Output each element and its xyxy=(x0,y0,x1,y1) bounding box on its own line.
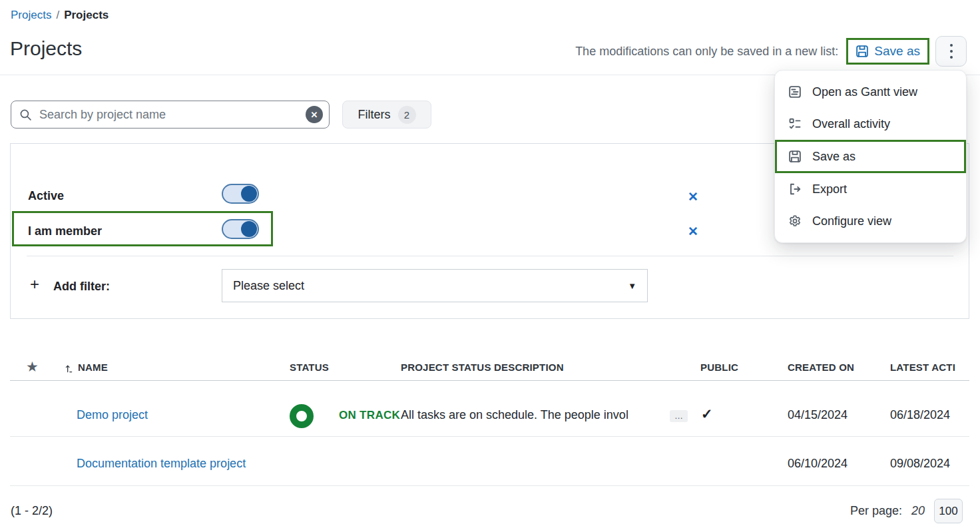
menu-item-label: Save as xyxy=(812,150,856,164)
breadcrumb: Projects / Projects xyxy=(11,9,109,22)
per-page-current: 20 xyxy=(911,504,925,518)
remove-active-filter-icon[interactable]: ✕ xyxy=(688,190,698,203)
chevron-down-icon: ▼ xyxy=(628,281,636,291)
close-icon: ✕ xyxy=(311,111,318,119)
breadcrumb-link-projects[interactable]: Projects xyxy=(11,9,51,22)
menu-item-configure-view[interactable]: Configure view xyxy=(775,205,966,237)
status-label: ON TRACK xyxy=(339,409,400,422)
menu-item-label: Configure view xyxy=(812,214,891,228)
more-actions-button[interactable] xyxy=(935,36,967,67)
add-filter-select[interactable]: Please select ▼ xyxy=(222,269,648,302)
projects-page: Projects / Projects Projects The modific… xyxy=(0,0,980,532)
project-link-documentation-template-project[interactable]: Documentation template project xyxy=(77,457,246,471)
project-search-box: ✕ xyxy=(11,101,330,129)
filter-panel-divider xyxy=(27,256,953,256)
add-filter-select-value: Please select xyxy=(233,279,304,293)
search-icon xyxy=(19,109,32,121)
per-page-label: Per page: xyxy=(850,504,902,518)
row-divider xyxy=(10,436,969,437)
filters-count-badge: 2 xyxy=(398,106,416,124)
remove-member-filter-icon[interactable]: ✕ xyxy=(688,225,698,238)
filters-button-label: Filters xyxy=(358,108,391,122)
export-icon xyxy=(788,182,802,196)
save-icon xyxy=(856,45,869,58)
gantt-view-icon xyxy=(788,85,802,99)
latest-activity-date: 09/08/2024 xyxy=(890,457,950,471)
gear-icon xyxy=(788,214,802,228)
menu-item-label: Open as Gantt view xyxy=(812,85,917,99)
project-status-description: All tasks are on schedule. The people in… xyxy=(401,408,664,422)
table-header-border xyxy=(10,380,969,381)
save-as-button-label: Save as xyxy=(874,44,920,59)
project-link-demo-project[interactable]: Demo project xyxy=(77,408,148,422)
expand-description-button[interactable]: … xyxy=(670,410,688,422)
member-filter-toggle[interactable] xyxy=(222,219,259,239)
column-header-project-status-description[interactable]: PROJECT STATUS DESCRIPTION xyxy=(401,362,564,373)
more-actions-menu: Open as Gantt view Overall activity xyxy=(774,70,967,243)
save-icon xyxy=(788,150,802,163)
filters-button[interactable]: Filters 2 xyxy=(342,101,431,129)
save-hint-text: The modifications can only be saved in a… xyxy=(575,45,838,59)
toggle-knob xyxy=(241,186,257,202)
latest-activity-date: 06/18/2024 xyxy=(890,408,950,422)
menu-item-save-as[interactable]: Save as xyxy=(775,140,966,173)
per-page-option-100[interactable]: 100 xyxy=(934,499,963,523)
active-filter-toggle[interactable] xyxy=(222,184,259,204)
header-actions: The modifications can only be saved in a… xyxy=(575,36,967,67)
column-header-name[interactable]: NAME xyxy=(78,362,108,373)
favorite-column-star-icon: ★ xyxy=(26,360,39,374)
clear-search-button[interactable]: ✕ xyxy=(306,106,323,123)
activity-icon xyxy=(788,117,802,131)
row-divider xyxy=(10,485,969,486)
kebab-icon xyxy=(950,44,953,59)
created-on-date: 06/10/2024 xyxy=(788,457,848,471)
column-header-status[interactable]: STATUS xyxy=(290,362,329,373)
column-header-latest-activity[interactable]: LATEST ACTI xyxy=(890,362,955,373)
page-title: Projects xyxy=(10,37,82,60)
toggle-knob xyxy=(241,221,257,237)
filter-label-active: Active xyxy=(28,189,64,203)
menu-item-overall-activity[interactable]: Overall activity xyxy=(775,108,966,140)
breadcrumb-separator: / xyxy=(56,9,59,22)
sort-ascending-icon xyxy=(65,364,73,376)
column-header-public[interactable]: PUBLIC xyxy=(700,362,738,373)
search-input[interactable] xyxy=(38,107,300,123)
public-check-icon: ✓ xyxy=(701,407,713,421)
menu-item-label: Export xyxy=(812,182,847,196)
created-on-date: 04/15/2024 xyxy=(788,408,848,422)
add-filter-label: Add filter: xyxy=(53,280,110,294)
menu-item-export[interactable]: Export xyxy=(775,173,966,205)
breadcrumb-current: Projects xyxy=(64,9,109,22)
pagination-range: (1 - 2/2) xyxy=(11,504,53,518)
menu-item-open-as-gantt-view[interactable]: Open as Gantt view xyxy=(775,76,966,108)
status-on-track-icon xyxy=(290,404,314,428)
save-as-button[interactable]: Save as xyxy=(846,38,929,65)
column-header-created-on[interactable]: CREATED ON xyxy=(788,362,854,373)
filter-label-i-am-member: I am member xyxy=(28,224,102,238)
per-page-controls: Per page: 20 100 xyxy=(850,499,963,523)
plus-icon: + xyxy=(30,276,39,292)
menu-item-label: Overall activity xyxy=(812,117,890,131)
